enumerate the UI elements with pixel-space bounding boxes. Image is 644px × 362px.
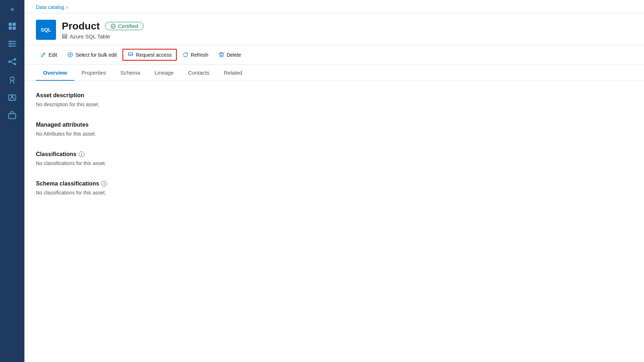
svg-rect-0 — [9, 23, 12, 26]
browse-icon — [8, 39, 17, 48]
breadcrumb-separator: › — [66, 4, 68, 10]
asset-icon: SQL — [36, 20, 56, 40]
svg-point-5 — [9, 43, 11, 44]
section-asset-description: Asset description No description for thi… — [36, 92, 633, 107]
edit-icon — [40, 52, 46, 58]
breadcrumb: Data catalog › — [24, 0, 644, 13]
svg-point-4 — [9, 41, 11, 42]
svg-point-9 — [14, 63, 16, 65]
asset-icon-text: SQL — [41, 27, 51, 33]
schema-classifications-info-icon[interactable]: i — [101, 181, 107, 187]
svg-line-11 — [11, 62, 14, 64]
asset-description-text: No description for this asset. — [36, 102, 633, 107]
tab-properties-label: Properties — [82, 70, 106, 76]
table-icon — [62, 33, 68, 39]
content-area: Asset description No description for thi… — [24, 81, 644, 362]
asset-subtitle-text: Azure SQL Table — [70, 33, 110, 39]
classifications-info-icon[interactable]: i — [79, 151, 84, 157]
refresh-label: Refresh — [191, 52, 208, 58]
classifications-title-text: Classifications — [36, 151, 77, 158]
asset-subtitle: Azure SQL Table — [62, 33, 144, 39]
insights-icon — [8, 75, 17, 84]
certified-badge: Certified — [105, 22, 144, 30]
certified-label: Certified — [118, 23, 138, 29]
edit-label: Edit — [48, 52, 57, 58]
tab-schema[interactable]: Schema — [113, 65, 147, 81]
refresh-button[interactable]: Refresh — [178, 50, 213, 60]
sidebar-item-stewardship[interactable] — [4, 90, 20, 105]
delete-button[interactable]: Delete — [214, 50, 245, 60]
tab-lineage-label: Lineage — [154, 70, 173, 76]
section-managed-attributes: Managed attributes No Attributes for thi… — [36, 122, 633, 137]
bulk-edit-button[interactable]: Select for bulk edit — [63, 50, 121, 60]
asset-title-text: Product — [62, 20, 100, 32]
schema-classifications-title-text: Schema classifications — [36, 180, 99, 187]
managed-attributes-title-text: Managed attributes — [36, 122, 89, 128]
sidebar-collapse-button[interactable]: » — [4, 4, 20, 14]
svg-rect-1 — [13, 23, 16, 26]
sidebar-item-browse[interactable] — [4, 36, 20, 52]
svg-point-8 — [14, 58, 16, 61]
schema-classifications-text: No classifications for this asset. — [36, 190, 633, 196]
lineage-icon — [8, 57, 17, 66]
certified-icon — [110, 23, 116, 29]
svg-point-7 — [8, 61, 11, 63]
tab-related-label: Related — [224, 70, 242, 76]
bulk-edit-icon — [67, 52, 73, 58]
tools-icon — [8, 111, 17, 120]
asset-title-row: Product Certified — [62, 20, 144, 32]
svg-point-6 — [9, 45, 11, 47]
section-classifications: Classifications i No classifications for… — [36, 151, 633, 166]
svg-rect-17 — [62, 34, 67, 38]
request-access-icon — [128, 52, 134, 58]
classifications-title: Classifications i — [36, 151, 633, 158]
svg-line-10 — [11, 60, 14, 61]
request-access-button[interactable]: Request access — [122, 49, 177, 61]
tabs-bar: Overview Properties Schema Lineage Conta… — [24, 65, 644, 81]
managed-attributes-text: No Attributes for this asset. — [36, 131, 633, 137]
sidebar-item-lineage[interactable] — [4, 54, 20, 70]
svg-rect-15 — [9, 114, 16, 119]
sidebar-item-tools[interactable] — [4, 108, 20, 123]
tab-contacts-label: Contacts — [188, 70, 209, 76]
main-content: Data catalog › SQL Product Certified — [24, 0, 644, 362]
tab-related[interactable]: Related — [217, 65, 250, 81]
edit-button[interactable]: Edit — [36, 50, 61, 60]
tab-overview-label: Overview — [43, 70, 67, 76]
refresh-icon — [182, 52, 189, 58]
request-access-label: Request access — [136, 52, 172, 58]
collapse-icon: » — [10, 5, 14, 13]
tab-schema-label: Schema — [120, 70, 140, 76]
tab-properties[interactable]: Properties — [74, 65, 113, 81]
tab-overview[interactable]: Overview — [36, 65, 74, 81]
sidebar: » — [0, 0, 24, 362]
schema-classifications-title: Schema classifications i — [36, 180, 633, 187]
tab-lineage[interactable]: Lineage — [147, 65, 181, 81]
svg-rect-3 — [13, 27, 16, 30]
section-schema-classifications: Schema classifications i No classificati… — [36, 180, 633, 196]
tab-contacts[interactable]: Contacts — [181, 65, 217, 81]
catalog-icon — [8, 21, 17, 30]
stewardship-icon — [8, 93, 17, 102]
asset-description-title-text: Asset description — [36, 92, 84, 99]
svg-rect-2 — [9, 27, 12, 30]
delete-icon — [218, 52, 224, 58]
toolbar: Edit Select for bulk edit Request access — [24, 45, 644, 65]
asset-description-title: Asset description — [36, 92, 633, 99]
asset-header: SQL Product Certified — [24, 13, 644, 45]
classifications-text: No classifications for this asset. — [36, 160, 633, 166]
breadcrumb-link-datacatalog[interactable]: Data catalog — [36, 4, 64, 10]
delete-label: Delete — [227, 52, 241, 58]
sidebar-item-catalog[interactable] — [4, 18, 20, 34]
svg-point-16 — [111, 24, 115, 28]
asset-title-area: Product Certified Azure SQL T — [62, 20, 144, 39]
managed-attributes-title: Managed attributes — [36, 122, 633, 128]
bulk-edit-label: Select for bulk edit — [75, 52, 117, 58]
sidebar-item-insights[interactable] — [4, 72, 20, 88]
